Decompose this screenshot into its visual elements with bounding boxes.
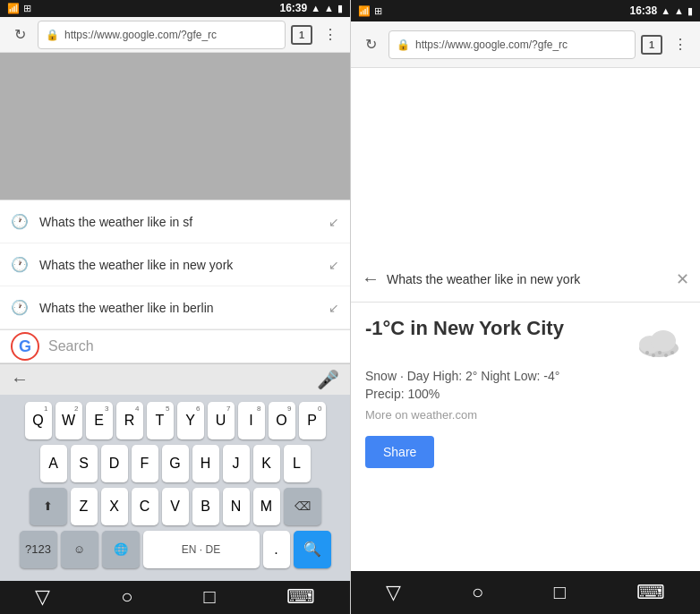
weather-more-link[interactable]: More on weather.com <box>365 408 686 422</box>
signal-icon-right: ▲ <box>661 5 670 16</box>
key-s[interactable]: S <box>71 445 98 482</box>
key-e-sub: 3 <box>105 405 108 413</box>
share-button[interactable]: Share <box>365 436 434 468</box>
key-t[interactable]: 5T <box>147 402 174 439</box>
search-placeholder: Search <box>48 338 339 354</box>
browser-content-left <box>0 53 350 200</box>
key-r-sub: 4 <box>135 405 139 413</box>
url-text-right: https://www.google.com/?gfe_rc <box>415 38 627 51</box>
search-key[interactable]: 🔍 <box>294 531 331 568</box>
fill-icon-newyork: ↙ <box>329 258 339 272</box>
keyboard-back-button[interactable]: ← <box>11 369 29 389</box>
tab-count-left[interactable]: 1 <box>291 25 312 45</box>
svg-point-6 <box>664 354 668 357</box>
key-row-3: ⬆ Z X C V B N M ⌫ <box>4 488 346 525</box>
emoji-key[interactable]: ☺ <box>61 531 98 568</box>
delete-key[interactable]: ⌫ <box>284 488 321 525</box>
key-f[interactable]: F <box>132 445 158 482</box>
key-t-sub: 5 <box>166 405 169 413</box>
home-nav-right[interactable]: ○ <box>472 581 483 604</box>
keyboard-nav-left[interactable]: ⌨ <box>286 585 315 609</box>
tab-count-right[interactable]: 1 <box>641 35 662 55</box>
key-m[interactable]: M <box>253 488 280 525</box>
wifi-icon-right: ▲ <box>674 5 684 16</box>
key-b[interactable]: B <box>192 488 219 525</box>
numbers-key[interactable]: ?123 <box>20 531 57 568</box>
back-nav-left[interactable]: ▽ <box>35 585 50 609</box>
key-w-sub: 2 <box>74 405 78 413</box>
svg-point-7 <box>670 351 674 354</box>
menu-icon-left[interactable]: ⋮ <box>318 22 343 47</box>
key-r[interactable]: 4R <box>116 402 143 439</box>
svg-point-3 <box>645 351 649 354</box>
sim-icon-right: 📶 <box>358 5 371 17</box>
weather-temp-row: -1°C in New York City <box>365 317 686 362</box>
key-o[interactable]: 9O <box>269 402 295 439</box>
weather-temperature: -1°C in New York City <box>365 317 564 340</box>
history-icon-berlin: 🕐 <box>11 299 29 316</box>
key-e[interactable]: 3E <box>86 402 113 439</box>
key-w[interactable]: 2W <box>55 402 82 439</box>
browser-toolbar-right: ↻ 🔒 https://www.google.com/?gfe_rc 1 ⋮ <box>351 21 700 68</box>
key-i[interactable]: 8I <box>238 402 265 439</box>
key-g[interactable]: G <box>162 445 189 482</box>
shift-key[interactable]: ⬆ <box>30 488 67 525</box>
refresh-icon[interactable]: ↻ <box>7 22 32 47</box>
keyboard-nav-right[interactable]: ⌨ <box>636 581 665 604</box>
lock-icon-right: 🔒 <box>397 38 410 51</box>
signal-icon-left: ▲ <box>311 3 320 13</box>
media-icon: ⊞ <box>23 3 31 14</box>
battery-icon-right: ▮ <box>687 5 693 17</box>
refresh-icon-right[interactable]: ↻ <box>358 32 383 57</box>
key-p[interactable]: 0P <box>299 402 326 439</box>
history-icon-newyork: 🕐 <box>11 256 29 273</box>
suggestion-item-sf[interactable]: 🕐 Whats the weather like in sf ↙ <box>0 200 350 243</box>
key-d[interactable]: D <box>101 445 128 482</box>
weather-search-bar[interactable]: ← Whats the weather like in new york ✕ <box>351 256 700 303</box>
key-p-sub: 0 <box>318 405 321 413</box>
space-key[interactable]: EN · DE <box>143 531 260 568</box>
browser-toolbar-left: ↻ 🔒 https://www.google.com/?gfe_rc 1 ⋮ <box>0 17 350 54</box>
weather-search-query[interactable]: Whats the weather like in new york <box>387 272 669 286</box>
back-nav-right[interactable]: ▽ <box>386 581 401 604</box>
suggestions-list: 🕐 Whats the weather like in sf ↙ 🕐 Whats… <box>0 200 350 329</box>
browser-content-right <box>351 68 700 256</box>
key-a[interactable]: A <box>40 445 67 482</box>
key-h[interactable]: H <box>192 445 219 482</box>
suggestion-item-newyork[interactable]: 🕐 Whats the weather like in new york ↙ <box>0 243 350 286</box>
recents-nav-right[interactable]: □ <box>554 581 566 604</box>
recents-nav-left[interactable]: □ <box>203 585 215 609</box>
key-j[interactable]: J <box>223 445 250 482</box>
key-i-sub: 8 <box>257 405 260 413</box>
key-x[interactable]: X <box>101 488 128 525</box>
suggestion-text-newyork: Whats the weather like in new york <box>39 258 318 272</box>
suggestion-item-berlin[interactable]: 🕐 Whats the weather like in berlin ↙ <box>0 286 350 329</box>
key-z[interactable]: Z <box>71 488 98 525</box>
key-u[interactable]: 7U <box>208 402 235 439</box>
suggestion-text-berlin: Whats the weather like in berlin <box>39 301 318 315</box>
key-y[interactable]: 6Y <box>177 402 204 439</box>
google-logo: G <box>11 332 39 361</box>
microphone-icon[interactable]: 🎤 <box>317 369 339 390</box>
key-l[interactable]: L <box>284 445 311 482</box>
menu-icon-right[interactable]: ⋮ <box>668 32 693 57</box>
home-nav-left[interactable]: ○ <box>121 585 132 609</box>
weather-search-back[interactable]: ← <box>362 269 380 289</box>
weather-description: Snow · Day High: 2° Night Low: -4° <box>365 369 686 383</box>
globe-key[interactable]: 🌐 <box>102 531 140 568</box>
key-row-1: 1Q 2W 3E 4R 5T 6Y 7U 8I 9O 0P <box>4 402 346 439</box>
sim-icon: 📶 <box>7 3 20 14</box>
key-n[interactable]: N <box>223 488 250 525</box>
search-bar[interactable]: G Search <box>0 329 350 363</box>
key-k[interactable]: K <box>253 445 280 482</box>
lock-icon-left: 🔒 <box>46 29 59 41</box>
key-q[interactable]: 1Q <box>25 402 52 439</box>
period-key[interactable]: . <box>263 531 290 568</box>
key-v[interactable]: V <box>162 488 189 525</box>
key-o-sub: 9 <box>287 405 291 413</box>
time-left: 16:39 <box>280 2 308 14</box>
url-bar-left[interactable]: 🔒 https://www.google.com/?gfe_rc <box>38 21 286 49</box>
url-bar-right[interactable]: 🔒 https://www.google.com/?gfe_rc <box>388 30 636 59</box>
key-c[interactable]: C <box>132 488 158 525</box>
weather-search-clear[interactable]: ✕ <box>676 269 689 289</box>
